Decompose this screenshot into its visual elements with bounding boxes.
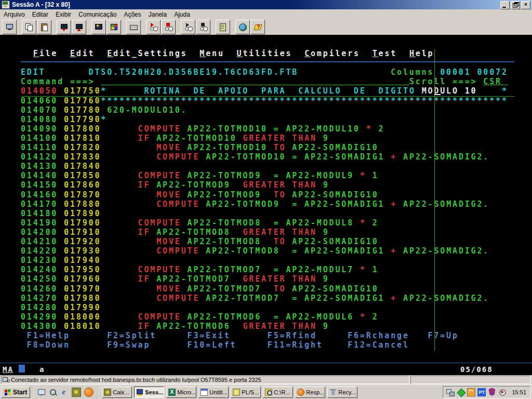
start-button[interactable]: Start (1, 387, 30, 398)
web-button[interactable] (235, 20, 250, 34)
titlebar[interactable]: Sessão A - [32 x 80] × (0, 0, 532, 9)
terminal-row-10[interactable]: 014100 017810 IF AP22-TOTMOD10 GREATER T… (21, 134, 329, 143)
quicklaunch-firefox-icon[interactable] (84, 388, 94, 397)
menu-item-ajuda[interactable]: Ajuda (170, 10, 194, 19)
menu-item-exibir[interactable]: Exibir (52, 10, 75, 19)
terminal-row-31[interactable]: F1=Help F2=Split F3=Exit F5=Rfind F6=Rch… (21, 331, 459, 340)
scratchpad-button[interactable] (216, 20, 230, 34)
stop-record-button[interactable] (161, 20, 176, 34)
terminal-row-16[interactable]: 014160 017870 MOVE AP22-TOTMOD9 TO AP22-… (21, 190, 379, 200)
text-cursor (434, 94, 441, 95)
terminal-row-14[interactable]: 014140 017850 COMPUTE AP22-TOTMOD9 = AP2… (21, 171, 379, 180)
close-button[interactable]: × (521, 1, 530, 9)
task-button-recycle[interactable]: Recy... (327, 387, 357, 398)
task-button-notepad[interactable]: Untitl... (198, 387, 229, 398)
terminal-screen[interactable]: File Edit Edit_Settings Menu Utilities C… (0, 35, 532, 375)
task-button-label: Recy... (338, 389, 355, 395)
menu-item-comunicacao[interactable]: Comunicação (75, 10, 120, 19)
terminal-row-6[interactable]: 014060 017760***************************… (21, 96, 508, 105)
menubar: ArquivoEditarExibirComunicaçãoAçõesJanel… (0, 9, 532, 20)
copy-icon (25, 23, 33, 31)
quicklaunch-show-desktop-icon[interactable] (37, 388, 46, 396)
record-macro-icon (149, 23, 157, 31)
task-button-session[interactable]: Sess... (134, 387, 164, 398)
terminal-row-17[interactable]: 014170 017880 COMPUTE AP22-TOTMOD9 = AP2… (21, 200, 489, 209)
receive-file-button[interactable] (72, 20, 86, 34)
new-session-icon (5, 23, 14, 31)
minimize-icon (502, 7, 506, 8)
send-file-button[interactable] (57, 20, 71, 34)
terminal-row-15[interactable]: 014150 017860 IF AP22-TOTMOD9 GREATER TH… (21, 180, 329, 190)
terminal-row-26[interactable]: 014260 017970 MOVE AP22-TOTMOD7 TO AP22-… (21, 284, 379, 294)
help-icon (254, 23, 262, 31)
statusbar: Conectado ao servidor remoto/host hod.ba… (0, 375, 532, 384)
action-bar-separator (21, 61, 514, 62)
connection-status-panel: Conectado ao servidor remoto/host hod.ba… (1, 376, 409, 384)
minimize-button[interactable] (500, 1, 510, 9)
task-button-label: Untitl... (209, 389, 227, 395)
quicklaunch-pcomm-icon[interactable] (72, 388, 81, 397)
quicklaunch-ie-icon[interactable] (60, 388, 69, 396)
menu-item-acoes[interactable]: Ações (120, 10, 144, 19)
restore-button[interactable] (511, 1, 520, 9)
menu-item-editar[interactable]: Editar (29, 10, 52, 19)
tray-magnifier-icon[interactable] (498, 388, 507, 396)
pcomm-window: Sessão A - [32 x 80] × ArquivoEditarExib… (0, 0, 532, 399)
terminal-row-18[interactable]: 014180 017890 (21, 209, 101, 218)
task-button-firefox[interactable]: Resp... (295, 387, 325, 398)
task-button-label: Sess... (145, 389, 163, 395)
terminal-row-7[interactable]: 014070 017780 620-MODULO10. (21, 105, 188, 115)
terminal-row-25[interactable]: 014250 017960 IF AP22-TOTMOD7 GREATER TH… (21, 274, 329, 284)
task-button-label: Micro... (177, 389, 196, 395)
terminal-row-8[interactable]: 014080 017790* (21, 115, 107, 124)
terminal-row-19[interactable]: 014190 017900 COMPUTE AP22-TOTMOD8 = AP2… (21, 218, 379, 228)
copy-button[interactable] (22, 20, 36, 34)
terminal-row-4[interactable]: Command ===> Scroll ===> CSR (21, 77, 508, 86)
help-button[interactable] (250, 20, 265, 34)
caixa-task-icon (104, 389, 111, 396)
tray-lang-icon[interactable]: PT (477, 388, 486, 396)
terminal-row-21[interactable]: 014210 017920 MOVE AP22-TOTMOD8 TO AP22-… (21, 237, 379, 246)
tray-network-pc-icon[interactable] (446, 388, 455, 396)
task-button-excel[interactable]: Micro... (166, 387, 196, 398)
terminal-row-20[interactable]: 014200 017910 IF AP22-TOTMOD8 GREATER TH… (21, 228, 329, 237)
terminal-row-13[interactable]: 014130 017840 (21, 162, 101, 171)
quit-macro-button[interactable] (196, 20, 210, 34)
task-button-caixa[interactable]: Caix... (102, 387, 132, 398)
terminal-row-32[interactable]: F8=Down F9=Swap F10=Left F11=Right F12=C… (21, 340, 409, 350)
task-button-search[interactable]: C:\R... (263, 387, 293, 398)
toolbar (0, 19, 532, 35)
terminal-row-3[interactable]: EDIT DTSO.T520H20.D356BE19.T6CD63FD.FTB … (21, 68, 508, 77)
terminal-row-30[interactable]: 014300 018010 IF AP22-TOTMOD6 GREATER TH… (21, 322, 329, 331)
firefox-task-icon (297, 389, 304, 396)
terminal-row-1[interactable]: File Edit Edit_Settings Menu Utilities C… (21, 49, 434, 58)
terminal-row-22[interactable]: 014220 017930 COMPUTE AP22-TOTMOD8 = AP2… (21, 246, 489, 256)
terminal-row-27[interactable]: 014270 017980 COMPUTE AP22-TOTMOD7 = AP2… (21, 294, 489, 303)
paste-button[interactable] (37, 20, 51, 34)
windows-logo-icon (4, 389, 11, 395)
menu-item-arquivo[interactable]: Arquivo (0, 10, 29, 19)
task-button-plsql[interactable]: PL/S... (231, 387, 261, 398)
scratchpad-icon (219, 23, 227, 31)
record-macro-button[interactable] (146, 20, 161, 34)
terminal-row-11[interactable]: 014110 017820 MOVE AP22-TOTMOD10 TO AP22… (21, 143, 379, 152)
quicklaunch-search-icon[interactable] (49, 388, 57, 396)
web-icon (238, 23, 247, 31)
display-setup-button[interactable] (91, 20, 106, 34)
play-macro-button[interactable] (181, 20, 195, 34)
terminal-row-23[interactable]: 014230 017940 (21, 256, 101, 265)
color-setup-button[interactable] (107, 20, 121, 34)
menu-item-janela[interactable]: Janela (145, 10, 170, 19)
terminal-row-29[interactable]: 014290 018000 COMPUTE AP22-TOTMOD6 = AP2… (21, 312, 379, 322)
quit-macro-icon (199, 23, 207, 31)
tray-green-diamond-icon[interactable] (457, 388, 465, 396)
new-session-button[interactable] (2, 20, 17, 34)
keyboard-setup-button[interactable] (126, 20, 141, 34)
terminal-row-9[interactable]: 014090 017800 COMPUTE AP22-TOTMOD10 = AP… (21, 124, 384, 134)
tray-shield-icon[interactable] (488, 388, 496, 396)
terminal-row-24[interactable]: 014240 017950 COMPUTE AP22-TOTMOD7 = AP2… (21, 265, 379, 274)
search-task-icon (265, 389, 272, 396)
terminal-row-28[interactable]: 014280 017990 (21, 303, 101, 312)
terminal-row-12[interactable]: 014120 017830 COMPUTE AP22-TOTMOD10 = AP… (21, 152, 489, 162)
tray-orange-window-icon[interactable] (467, 388, 475, 396)
